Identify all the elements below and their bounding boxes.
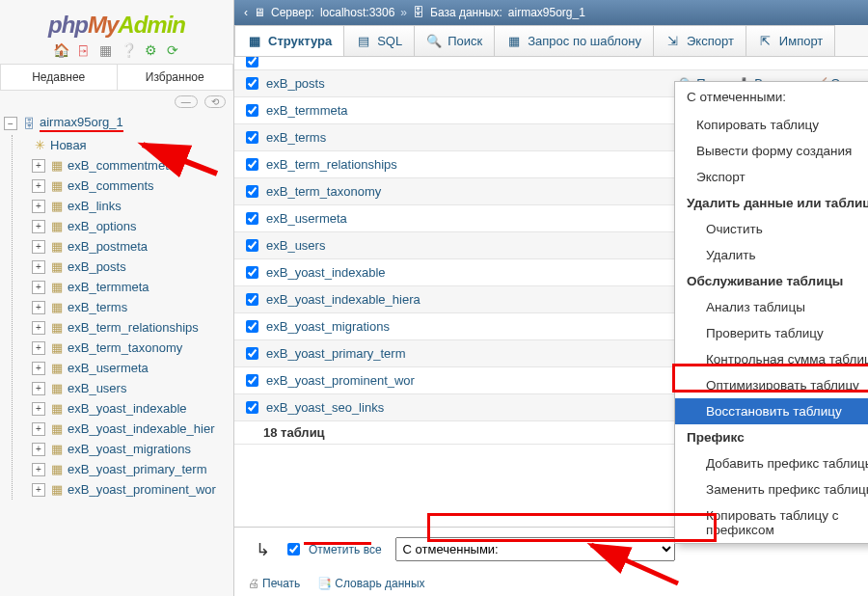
table-name[interactable]: exB_terms bbox=[266, 130, 488, 145]
ctx-empty[interactable]: Очистить bbox=[675, 216, 868, 242]
tree-table[interactable]: +▦exB_term_taxonomy bbox=[13, 338, 233, 358]
row-checkbox[interactable] bbox=[246, 57, 258, 68]
tree-table[interactable]: +▦exB_termmeta bbox=[13, 277, 233, 297]
row-checkbox[interactable] bbox=[246, 374, 258, 387]
plus-icon[interactable]: + bbox=[32, 159, 45, 173]
row-checkbox[interactable] bbox=[246, 131, 258, 144]
breadcrumb-db[interactable]: airmax95org_1 bbox=[508, 6, 585, 19]
table-name[interactable]: exB_yoast_prominent_wor bbox=[266, 373, 488, 388]
table-name[interactable]: exB_yoast_primary_term bbox=[266, 346, 488, 361]
tab-recent[interactable]: Недавнее bbox=[0, 64, 117, 90]
ctx-check[interactable]: Проверить таблицу bbox=[675, 320, 868, 346]
table-name[interactable]: exB_term_taxonomy bbox=[266, 184, 488, 199]
row-checkbox[interactable] bbox=[246, 185, 258, 198]
plus-icon[interactable]: + bbox=[32, 463, 45, 476]
plus-icon[interactable]: + bbox=[32, 240, 45, 254]
new-icon: ✳ bbox=[32, 138, 47, 152]
home-icon[interactable]: 🏠 bbox=[53, 42, 68, 58]
plus-icon[interactable]: + bbox=[32, 281, 45, 294]
collapse-icon[interactable]: — bbox=[175, 95, 198, 108]
tree-table[interactable]: +▦exB_term_relationships bbox=[13, 317, 233, 338]
ctx-replace-prefix[interactable]: Заменить префикс таблицы bbox=[675, 476, 868, 502]
plus-icon[interactable]: + bbox=[32, 341, 45, 355]
plus-icon[interactable]: + bbox=[32, 220, 45, 233]
table-name[interactable]: exB_yoast_indexable bbox=[266, 265, 488, 280]
gear-icon[interactable]: ⚙ bbox=[143, 42, 158, 58]
plus-icon[interactable]: + bbox=[32, 179, 45, 193]
table-name[interactable] bbox=[266, 57, 488, 68]
breadcrumb-server[interactable]: localhost:3306 bbox=[320, 6, 394, 19]
plus-icon[interactable]: + bbox=[32, 402, 45, 416]
row-checkbox[interactable] bbox=[246, 401, 258, 414]
ctx-optimize[interactable]: Оптимизировать таблицу bbox=[675, 372, 868, 398]
row-checkbox[interactable] bbox=[246, 320, 258, 333]
plus-icon[interactable]: + bbox=[32, 422, 45, 436]
table-name[interactable]: exB_termmeta bbox=[266, 103, 488, 118]
tab-запрос по шаблону[interactable]: ▦Запрос по шаблону bbox=[495, 25, 654, 56]
tab-поиск[interactable]: 🔍Поиск bbox=[415, 25, 495, 56]
dictionary-link[interactable]: 📑Словарь данных bbox=[317, 577, 424, 590]
tree-table[interactable]: +▦exB_yoast_migrations bbox=[13, 439, 233, 459]
tab-структура[interactable]: ▦Структура bbox=[234, 25, 344, 56]
print-link[interactable]: 🖨Печать bbox=[248, 577, 300, 590]
table-name[interactable]: exB_yoast_seo_links bbox=[266, 400, 488, 415]
tab-импорт[interactable]: ⇱Импорт bbox=[746, 25, 835, 56]
table-name[interactable]: exB_posts bbox=[266, 76, 488, 91]
tree-table[interactable]: +▦exB_yoast_indexable bbox=[13, 398, 233, 419]
check-all-box[interactable] bbox=[287, 543, 300, 555]
chevron-left-icon[interactable]: ‹ bbox=[244, 6, 248, 19]
tree-table[interactable]: +▦exB_options bbox=[13, 216, 233, 236]
plus-icon[interactable]: + bbox=[32, 321, 45, 335]
row-checkbox[interactable] bbox=[246, 293, 258, 306]
ctx-export[interactable]: Экспорт bbox=[675, 164, 868, 190]
tree-table[interactable]: +▦exB_terms bbox=[13, 297, 233, 317]
table-name[interactable]: exB_term_relationships bbox=[266, 157, 488, 172]
tree-db[interactable]: − 🗄 airmax95org_1 bbox=[2, 112, 233, 135]
ctx-copy-prefix[interactable]: Копировать таблицу с префиксом bbox=[675, 502, 868, 543]
plus-icon[interactable]: + bbox=[32, 362, 45, 375]
table-name[interactable]: exB_usermeta bbox=[266, 211, 488, 226]
ctx-checksum[interactable]: Контрольная сумма таблицы bbox=[675, 346, 868, 372]
ctx-drop[interactable]: Удалить bbox=[675, 242, 868, 268]
ctx-show-create[interactable]: Вывести форму создания bbox=[675, 138, 868, 164]
plus-icon[interactable]: + bbox=[32, 260, 45, 274]
plus-icon[interactable]: + bbox=[32, 483, 45, 497]
plus-icon[interactable]: + bbox=[32, 382, 45, 395]
ctx-add-prefix[interactable]: Добавить префикс таблицы bbox=[675, 450, 868, 476]
plus-icon[interactable]: + bbox=[32, 200, 45, 213]
tree-table[interactable]: +▦exB_yoast_primary_term bbox=[13, 459, 233, 479]
arrow-up-icon: ↳ bbox=[256, 539, 270, 560]
minus-icon[interactable]: − bbox=[4, 117, 17, 130]
tab-экспорт[interactable]: ⇲Экспорт bbox=[654, 25, 746, 56]
row-checkbox[interactable] bbox=[246, 347, 258, 360]
row-checkbox[interactable] bbox=[246, 158, 258, 171]
row-checkbox[interactable] bbox=[246, 104, 258, 117]
ctx-copy-table[interactable]: Копировать таблицу bbox=[675, 112, 868, 138]
reload-icon[interactable]: ⟳ bbox=[165, 42, 180, 58]
tree-table[interactable]: +▦exB_comments bbox=[13, 176, 233, 196]
tab-favorites[interactable]: Избранное bbox=[117, 64, 234, 90]
tree-table[interactable]: +▦exB_postmeta bbox=[13, 236, 233, 257]
tree-table[interactable]: +▦exB_posts bbox=[13, 257, 233, 277]
sql-icon[interactable]: ▦ bbox=[97, 42, 113, 58]
tree-table[interactable]: +▦exB_yoast_prominent_wor bbox=[13, 479, 233, 500]
tree-table[interactable]: +▦exB_users bbox=[13, 378, 233, 398]
table-name[interactable]: exB_yoast_migrations bbox=[266, 319, 488, 334]
plus-icon[interactable]: + bbox=[32, 443, 45, 456]
plus-icon[interactable]: + bbox=[32, 301, 45, 314]
tree-table[interactable]: +▦exB_links bbox=[13, 196, 233, 216]
row-checkbox[interactable] bbox=[246, 77, 258, 90]
ctx-analyze[interactable]: Анализ таблицы bbox=[675, 294, 868, 320]
exit-icon[interactable]: ⍈ bbox=[75, 42, 91, 58]
link-icon[interactable]: ⟲ bbox=[204, 95, 226, 108]
tab-sql[interactable]: ▤SQL bbox=[344, 25, 415, 56]
row-checkbox[interactable] bbox=[246, 266, 258, 279]
row-checkbox[interactable] bbox=[246, 212, 258, 225]
ctx-repair[interactable]: Восстановить таблицу bbox=[675, 398, 868, 424]
table-name[interactable]: exB_yoast_indexable_hiera bbox=[266, 292, 488, 307]
tree-table[interactable]: +▦exB_usermeta bbox=[13, 358, 233, 378]
table-name[interactable]: exB_users bbox=[266, 238, 488, 253]
tree-table[interactable]: +▦exB_yoast_indexable_hier bbox=[13, 419, 233, 439]
row-checkbox[interactable] bbox=[246, 239, 258, 252]
docs-icon[interactable]: ❔ bbox=[121, 42, 136, 58]
